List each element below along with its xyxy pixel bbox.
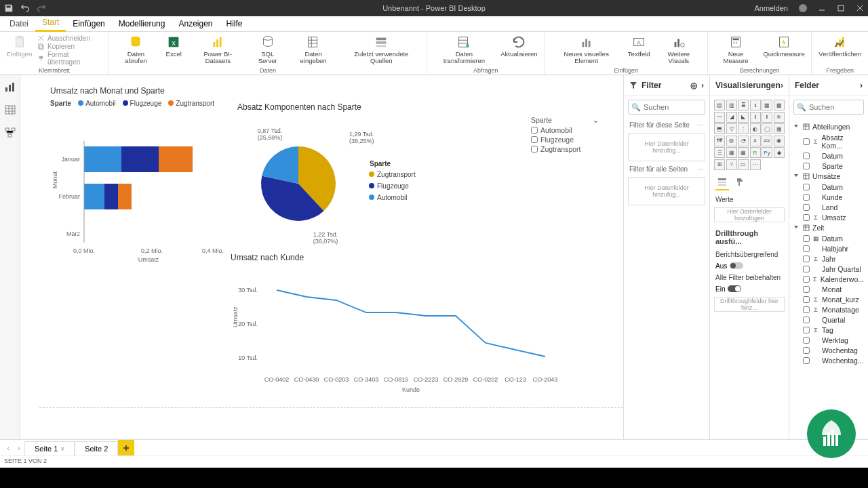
- table-zeit[interactable]: Zeit: [793, 222, 864, 233]
- field-kunde[interactable]: Kunde: [793, 192, 864, 202]
- vis-stacked-bar[interactable]: ▤: [714, 100, 725, 110]
- chevron-right-icon[interactable]: ›: [781, 81, 783, 90]
- vis-table[interactable]: ▦: [726, 147, 737, 158]
- vis-line[interactable]: 〰: [714, 112, 725, 123]
- table-umsätze[interactable]: Umsätze: [793, 171, 864, 182]
- file-menu[interactable]: Datei: [3, 17, 35, 31]
- format-well-icon[interactable]: [733, 174, 747, 190]
- get-data-button[interactable]: Daten abrufen: [113, 33, 159, 66]
- fields-well-icon[interactable]: [715, 174, 729, 190]
- data-view-icon[interactable]: [4, 104, 16, 116]
- filters-page-drop[interactable]: Hier Datenfelder hinzufüg...: [628, 133, 705, 161]
- field-umsatz[interactable]: ΣUmsatz: [793, 212, 864, 222]
- vis-clustered-bar[interactable]: ≣: [738, 100, 749, 110]
- field-absatz-kom-[interactable]: ΣAbsatz Kom...: [793, 132, 864, 150]
- close-tab-icon[interactable]: ×: [60, 445, 64, 453]
- pbi-datasets-button[interactable]: Power BI-Datasets: [189, 33, 247, 66]
- add-page-button[interactable]: [118, 440, 134, 456]
- slicer-option-automobil[interactable]: [531, 127, 538, 134]
- paste-button[interactable]: Einfügen: [4, 33, 35, 59]
- vis-stacked-column[interactable]: ▥: [726, 100, 737, 110]
- table-abteilungen[interactable]: Abteilungen: [793, 121, 864, 132]
- cut-button[interactable]: Ausschneiden: [37, 35, 103, 42]
- field-datum[interactable]: Datum: [793, 182, 864, 192]
- tab-next[interactable]: ›: [14, 444, 24, 452]
- more-icon[interactable]: ⋯: [697, 121, 704, 129]
- new-measure-button[interactable]: Neue Measure: [712, 33, 760, 66]
- tab-model[interactable]: Modellierung: [112, 17, 172, 31]
- copy-button[interactable]: Kopieren: [37, 43, 103, 50]
- field-jahr-quartal[interactable]: Jahr Quartal: [793, 264, 864, 274]
- slicer-option-zugtransport[interactable]: [531, 146, 538, 152]
- field-monat_kurz[interactable]: ΣMonat_kurz: [793, 294, 864, 304]
- vis-line-col2[interactable]: ⫿: [762, 112, 772, 123]
- more-visuals-button[interactable]: Weitere Visuals: [654, 33, 703, 66]
- keep-filters-toggle[interactable]: Ein: [710, 284, 789, 294]
- vis-matrix[interactable]: ▦: [738, 147, 749, 158]
- report-canvas[interactable]: Umsatz nach Monat und Sparte Sparte Auto…: [20, 75, 623, 439]
- signin-link[interactable]: Anmelden: [754, 4, 788, 12]
- vis-100-bar[interactable]: ▦: [762, 100, 772, 110]
- field-monat[interactable]: Monat: [793, 284, 864, 294]
- textbox-button[interactable]: ATextfeld: [625, 33, 652, 59]
- vis-r[interactable]: R: [750, 147, 761, 158]
- field-datum[interactable]: Datum: [793, 150, 864, 161]
- chevron-right-icon[interactable]: ›: [701, 81, 704, 90]
- field-tag[interactable]: ΣTag: [793, 325, 864, 335]
- transform-data-button[interactable]: Daten transformieren: [431, 33, 496, 66]
- more-icon[interactable]: ⋯: [697, 165, 704, 173]
- filters-all-drop[interactable]: Hier Datenfelder hinzufüg...: [628, 177, 705, 205]
- vis-more[interactable]: ⋯: [750, 159, 761, 170]
- vis-clustered-column[interactable]: ⫿: [750, 100, 761, 110]
- tab-start[interactable]: Start: [35, 16, 66, 32]
- vis-line-column[interactable]: ⫿: [750, 112, 761, 123]
- tab-insert[interactable]: Einfügen: [66, 17, 111, 31]
- field-datum[interactable]: ▦Datum: [793, 233, 864, 243]
- filters-search[interactable]: 🔍: [628, 100, 705, 115]
- field-wochentag-[interactable]: Wochentag...: [793, 355, 864, 365]
- field-halbjahr[interactable]: Halbjahr: [793, 243, 864, 253]
- vis-map[interactable]: 🗺: [714, 136, 725, 146]
- field-land[interactable]: Land: [793, 202, 864, 212]
- field-quartal[interactable]: Quartal: [793, 314, 864, 325]
- tab-help[interactable]: Hilfe: [220, 17, 250, 31]
- excel-button[interactable]: XExcel: [160, 33, 187, 59]
- vis-filled-map[interactable]: ◍: [726, 136, 737, 146]
- enter-data-button[interactable]: Daten eingeben: [288, 33, 338, 66]
- cross-report-toggle[interactable]: Aus: [710, 261, 789, 271]
- vis-decomp[interactable]: ⊞: [714, 159, 725, 170]
- format-painter-button[interactable]: Format übertragen: [37, 51, 103, 66]
- vis-gauge[interactable]: ◔: [738, 136, 749, 146]
- vis-scatter[interactable]: ⋮: [738, 123, 749, 134]
- vis-stacked-area[interactable]: ◣: [738, 112, 749, 123]
- field-werktag[interactable]: Werktag: [793, 335, 864, 345]
- slicer-option-flugzeuge[interactable]: [531, 136, 538, 143]
- model-view-icon[interactable]: [4, 127, 16, 139]
- vis-funnel[interactable]: ▽: [726, 123, 737, 134]
- vis-key-inf[interactable]: ◆: [774, 147, 785, 158]
- recent-sources-button[interactable]: Zuletzt verwendete Quellen: [340, 33, 422, 66]
- vis-area[interactable]: ◢: [726, 112, 737, 123]
- tab-prev[interactable]: ‹: [3, 444, 14, 452]
- vis-kpi[interactable]: ◉: [774, 136, 785, 146]
- values-drop[interactable]: Hier Datenfelder hinzufügen: [714, 207, 785, 222]
- new-visual-button[interactable]: Neues visuelles Element: [549, 33, 624, 66]
- publish-button[interactable]: Veröffentlichen: [816, 33, 864, 59]
- user-icon[interactable]: [799, 4, 807, 12]
- vis-slicer[interactable]: ☰: [714, 147, 725, 158]
- vis-multi-card[interactable]: ##: [762, 136, 772, 146]
- close-icon[interactable]: [856, 4, 864, 12]
- tab-view[interactable]: Anzeigen: [172, 17, 219, 31]
- chevron-right-icon[interactable]: ›: [860, 81, 863, 90]
- field-monatstage[interactable]: ΣMonatstage: [793, 304, 864, 314]
- field-wochentag[interactable]: Wochentag: [793, 345, 864, 355]
- maximize-icon[interactable]: [837, 4, 845, 12]
- page-tab-2[interactable]: Seite 2: [75, 441, 118, 455]
- undo-icon[interactable]: [20, 3, 30, 13]
- field-sparte[interactable]: Sparte: [793, 161, 864, 171]
- report-view-icon[interactable]: [4, 81, 16, 93]
- drill-fields-drop[interactable]: Drillthroughfelder hier hinz...: [714, 297, 785, 312]
- vis-treemap[interactable]: ▦: [774, 123, 785, 134]
- field-jahr[interactable]: ΣJahr: [793, 253, 864, 264]
- save-icon[interactable]: [4, 3, 14, 13]
